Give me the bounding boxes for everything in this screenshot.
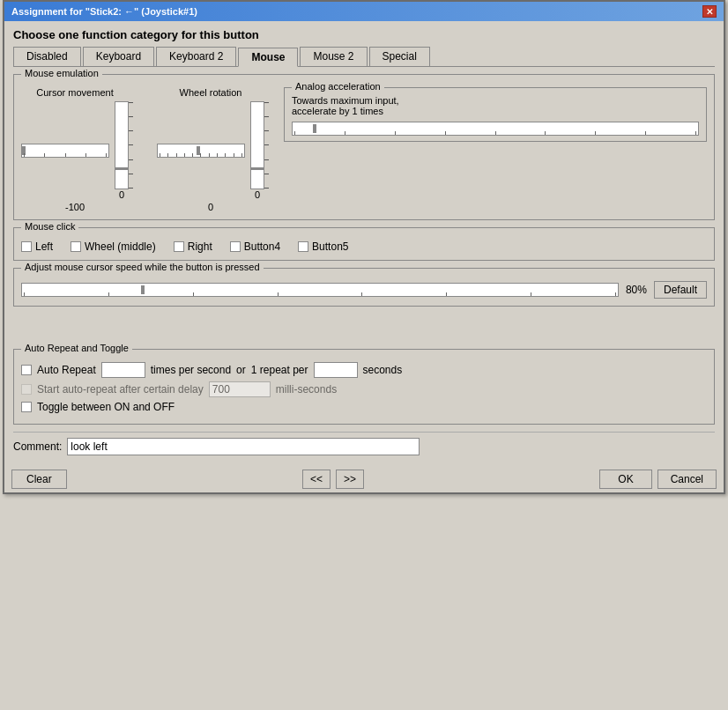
cb-button5-label: Button5: [312, 240, 348, 253]
window-title: Assignment for "Stick2: ←" (Joystick#1): [11, 6, 197, 17]
cb-left: Left: [21, 240, 53, 253]
delay-label: Start auto-repeat after certain delay: [37, 383, 204, 396]
analog-acceleration-container: Analog acceleration Towards maximum inpu…: [284, 87, 707, 142]
cursor-movement-slider-container: 0: [21, 101, 129, 200]
mouse-emulation-title: Mouse emulation: [21, 68, 102, 78]
analog-acceleration-title: Analog acceleration: [292, 81, 384, 92]
cb-wheel-box[interactable]: [71, 241, 81, 252]
wheel-rotation-number: 0: [208, 202, 213, 212]
next-button[interactable]: >>: [336, 470, 364, 489]
toggle-row: Toggle between ON and OFF: [21, 401, 707, 413]
analog-acceleration-group: Analog acceleration Towards maximum inpu…: [284, 87, 707, 142]
wheel-rotation-label: Wheel rotation: [180, 87, 242, 98]
cursor-ticks: [22, 153, 108, 157]
toggle-label: Toggle between ON and OFF: [37, 401, 175, 413]
cb-button4: Button4: [230, 240, 280, 253]
auto-repeat-title: Auto Repeat and Toggle: [21, 343, 132, 353]
clear-button[interactable]: Clear: [11, 470, 67, 489]
auto-repeat-label: Auto Repeat: [37, 364, 96, 376]
analog-slider-track[interactable]: [292, 122, 699, 136]
milli-seconds-label: milli-seconds: [276, 383, 337, 396]
toggle-checkbox[interactable]: [21, 402, 32, 412]
cb-left-label: Left: [35, 240, 53, 253]
mouse-click-group: Mouse click Left Wheel (middle) Right Bu…: [13, 227, 715, 261]
or-label: or: [236, 364, 246, 376]
tab-mouse[interactable]: Mouse: [238, 48, 298, 67]
cursor-movement-label: Cursor movement: [36, 87, 113, 98]
wheel-h-ticks: [158, 153, 244, 157]
cursor-movement-value: 0: [119, 189, 124, 200]
auto-repeat-row: Auto Repeat times per second or 1 repeat…: [21, 362, 707, 378]
close-button[interactable]: ✕: [702, 5, 717, 18]
speed-track[interactable]: [21, 283, 619, 297]
seconds-label: seconds: [363, 364, 403, 376]
cb-left-box[interactable]: [21, 241, 32, 252]
tab-keyboard2[interactable]: Keyboard 2: [156, 47, 236, 66]
speed-default-button[interactable]: Default: [654, 281, 707, 299]
wheel-v-thumb: [251, 167, 264, 170]
prev-button[interactable]: <<: [302, 470, 331, 489]
speed-value: 80%: [626, 284, 647, 296]
delay-row: Start auto-repeat after certain delay mi…: [21, 381, 707, 397]
tab-special[interactable]: Special: [369, 47, 430, 66]
analog-ticks: [293, 131, 698, 135]
delay-value-input[interactable]: [209, 381, 271, 397]
comment-label: Comment:: [13, 440, 62, 453]
cb-right-box[interactable]: [174, 241, 184, 252]
wheel-rotation-slider-container: 0: [157, 101, 264, 200]
cursor-v-thumb: [115, 167, 128, 170]
speed-row: 80% Default: [21, 274, 707, 299]
times-per-second-label: times per second: [151, 364, 231, 376]
cursor-movement-h-track[interactable]: [21, 144, 109, 158]
mouse-emulation-content: Cursor movement: [21, 80, 707, 212]
cb-button4-box[interactable]: [230, 241, 241, 252]
seconds-input[interactable]: [314, 362, 358, 378]
cursor-vert-container: 0: [115, 101, 129, 200]
main-heading: Choose one function category for this bu…: [13, 28, 715, 41]
speed-adjust-title: Adjust mouse cursor speed while the butt…: [21, 262, 264, 272]
cb-wheel: Wheel (middle): [71, 240, 156, 253]
wheel-h-track[interactable]: [157, 144, 245, 158]
tabs-bar: Disabled Keyboard Keyboard 2 Mouse Mouse…: [13, 47, 715, 67]
cb-wheel-label: Wheel (middle): [85, 240, 156, 253]
comment-input[interactable]: [67, 438, 420, 455]
cb-right-label: Right: [188, 240, 212, 253]
auto-repeat-checkbox[interactable]: [21, 365, 32, 375]
cb-right: Right: [174, 240, 212, 253]
mouse-emulation-group: Mouse emulation Cursor movement: [13, 74, 715, 220]
mouse-click-title: Mouse click: [21, 221, 78, 232]
cb-button4-label: Button4: [244, 240, 280, 253]
wheel-v-ticks: [264, 102, 269, 189]
wheel-v-track[interactable]: [250, 101, 264, 189]
delay-checkbox[interactable]: [21, 384, 32, 395]
cursor-movement-group: Cursor movement: [21, 87, 129, 212]
cursor-v-track[interactable]: [115, 101, 129, 189]
cursor-movement-number: -100: [65, 202, 85, 212]
title-bar: Assignment for "Stick2: ←" (Joystick#1) …: [4, 2, 724, 21]
wheel-rotation-value: 0: [255, 189, 260, 200]
tab-keyboard[interactable]: Keyboard: [83, 47, 154, 66]
tab-disabled[interactable]: Disabled: [13, 47, 81, 66]
comment-row: Comment:: [13, 432, 715, 455]
auto-repeat-group: Auto Repeat and Toggle Auto Repeat times…: [13, 349, 715, 425]
bottom-bar: Clear << >> OK Cancel: [4, 464, 724, 492]
cancel-button[interactable]: Cancel: [657, 470, 717, 489]
wheel-vert-container: 0: [250, 101, 264, 200]
v-ticks: [129, 102, 133, 189]
repeat-per-label: 1 repeat per: [251, 364, 308, 376]
cb-button5-box[interactable]: [298, 241, 308, 252]
mouse-click-row: Left Wheel (middle) Right Button4 Button…: [21, 233, 707, 253]
main-window: Assignment for "Stick2: ←" (Joystick#1) …: [3, 0, 725, 494]
cb-button5: Button5: [298, 240, 348, 253]
speed-ticks: [22, 292, 618, 296]
analog-line2: accelerate by 1 times: [292, 106, 699, 116]
wheel-rotation-group: Wheel rotation: [157, 87, 264, 212]
times-per-second-input[interactable]: [101, 362, 145, 378]
ok-button[interactable]: OK: [599, 470, 651, 489]
window-content: Choose one function category for this bu…: [4, 21, 724, 464]
speed-adjust-group: Adjust mouse cursor speed while the butt…: [13, 268, 715, 307]
analog-line1: Towards maximum input,: [292, 95, 699, 106]
tab-mouse2[interactable]: Mouse 2: [300, 47, 367, 66]
